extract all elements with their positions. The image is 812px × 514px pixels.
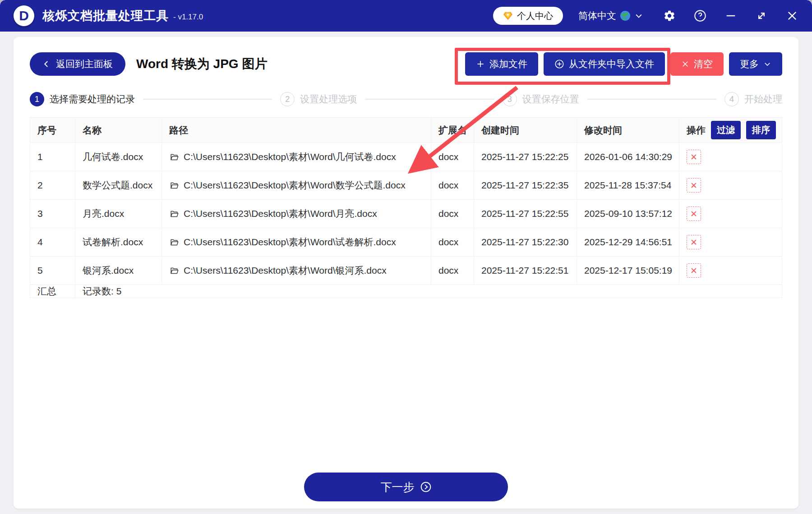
plus-circle-icon: [554, 59, 564, 69]
step-number: 1: [30, 92, 44, 106]
cell-ext: docx: [431, 143, 474, 171]
cell-created: 2025-11-27 15:22:55: [474, 200, 577, 228]
table-row: 5银河系.docxC:\Users\11623\Desktop\素材\Word\…: [30, 257, 782, 285]
back-to-dashboard-button[interactable]: 返回到主面板: [30, 52, 125, 76]
close-icon[interactable]: [786, 9, 798, 22]
cell-index: 4: [30, 228, 75, 257]
delete-row-button[interactable]: ✕: [687, 150, 701, 164]
clear-button[interactable]: 清空: [670, 52, 724, 76]
cell-index: 3: [30, 200, 75, 228]
step-connector: [143, 99, 272, 100]
step-number: 3: [503, 92, 517, 106]
file-table: 序号 名称 路径 扩展名 创建时间 修改时间 操作 过滤 排序 1几何试卷.: [30, 117, 782, 298]
delete-row-button[interactable]: ✕: [687, 263, 701, 278]
gem-icon: [503, 11, 513, 21]
filter-button[interactable]: 过滤: [711, 121, 741, 139]
cell-index: 5: [30, 257, 75, 285]
more-button[interactable]: 更多: [729, 52, 782, 76]
step-label: 设置处理选项: [300, 93, 357, 106]
step-indicator: 1选择需要处理的记录2设置处理选项3设置保存位置4开始处理: [30, 92, 782, 106]
cell-actions: ✕: [679, 257, 782, 285]
arrow-right-circle-icon: [420, 481, 432, 493]
step-label: 选择需要处理的记录: [50, 93, 135, 106]
cell-name: 数学公式题.docx: [75, 171, 162, 200]
cell-ext: docx: [431, 200, 474, 228]
import-from-folder-button[interactable]: 从文件夹中导入文件: [544, 52, 665, 76]
delete-row-button[interactable]: ✕: [687, 178, 701, 193]
col-actions: 操作 过滤 排序: [679, 118, 782, 143]
summary-label: 汇总: [30, 285, 75, 298]
cell-name: 几何试卷.docx: [75, 143, 162, 171]
chevron-down-icon: [634, 11, 643, 20]
import-folder-label: 从文件夹中导入文件: [569, 58, 654, 70]
col-path: 路径: [162, 118, 431, 143]
app-window: D 核烁文档批量处理工具 - v1.17.0 个人中心 简体中文: [0, 0, 812, 514]
cell-actions: ✕: [679, 200, 782, 228]
table-row: 3月亮.docxC:\Users\11623\Desktop\素材\Word\月…: [30, 200, 782, 228]
summary-row: 汇总 记录数: 5: [30, 285, 782, 298]
chevron-left-icon: [42, 60, 51, 68]
step-2: 2设置处理选项: [280, 92, 357, 106]
next-step-button[interactable]: 下一步: [304, 473, 508, 501]
table-row: 1几何试卷.docxC:\Users\11623\Desktop\素材\Word…: [30, 143, 782, 171]
clear-label: 清空: [694, 58, 713, 70]
step-number: 4: [724, 92, 739, 106]
user-center-label: 个人中心: [517, 10, 553, 22]
sort-button[interactable]: 排序: [746, 121, 776, 139]
actions-label: 操作: [687, 124, 706, 137]
step-connector: [365, 99, 494, 100]
next-step-label: 下一步: [381, 480, 415, 495]
user-center-button[interactable]: 个人中心: [493, 7, 563, 25]
table-header-row: 序号 名称 路径 扩展名 创建时间 修改时间 操作 过滤 排序: [30, 118, 782, 143]
cell-name: 银河系.docx: [75, 257, 162, 285]
app-title: 核烁文档批量处理工具: [42, 8, 169, 24]
back-label: 返回到主面板: [56, 58, 113, 70]
cell-created: 2025-11-27 15:22:25: [474, 143, 577, 171]
gear-icon[interactable]: [663, 9, 676, 22]
col-name: 名称: [75, 118, 162, 143]
cell-created: 2025-11-27 15:22:35: [474, 171, 577, 200]
language-label: 简体中文: [578, 9, 616, 22]
globe-icon: [620, 10, 631, 21]
step-connector: [587, 99, 716, 100]
cell-path: C:\Users\11623\Desktop\素材\Word\试卷解析.docx: [162, 228, 431, 257]
app-logo-icon: D: [14, 5, 34, 26]
app-version: - v1.17.0: [173, 13, 203, 22]
cell-ext: docx: [431, 257, 474, 285]
col-modified: 修改时间: [577, 118, 679, 143]
language-selector[interactable]: 简体中文: [578, 9, 643, 22]
plus-icon: [476, 60, 485, 69]
cell-actions: ✕: [679, 228, 782, 257]
folder-icon: [169, 266, 179, 275]
cell-actions: ✕: [679, 171, 782, 200]
step-number: 2: [280, 92, 295, 106]
step-4: 4开始处理: [724, 92, 782, 106]
col-index: 序号: [30, 118, 75, 143]
cell-ext: docx: [431, 171, 474, 200]
maximize-icon[interactable]: [755, 9, 768, 22]
delete-row-button[interactable]: ✕: [687, 207, 701, 221]
cell-index: 1: [30, 143, 75, 171]
cell-modified: 2025-12-29 14:56:51: [577, 228, 679, 257]
folder-icon: [169, 152, 179, 162]
table-row: 4试卷解析.docxC:\Users\11623\Desktop\素材\Word…: [30, 228, 782, 257]
cell-modified: 2026-01-06 14:30:29: [577, 143, 679, 171]
step-1: 1选择需要处理的记录: [30, 92, 135, 106]
col-created: 创建时间: [474, 118, 577, 143]
delete-row-button[interactable]: ✕: [687, 235, 701, 249]
cell-ext: docx: [431, 228, 474, 257]
main-panel: 返回到主面板 Word 转换为 JPG 图片 添加文件 从文件夹中导入文件: [14, 37, 798, 509]
step-3: 3设置保存位置: [503, 92, 579, 106]
folder-icon: [169, 237, 179, 247]
minimize-icon[interactable]: [724, 9, 737, 22]
cell-index: 2: [30, 171, 75, 200]
step-label: 开始处理: [744, 93, 782, 106]
cell-modified: 2025-12-17 15:05:19: [577, 257, 679, 285]
col-ext: 扩展名: [431, 118, 474, 143]
x-icon: [681, 60, 689, 68]
cell-actions: ✕: [679, 143, 782, 171]
add-file-button[interactable]: 添加文件: [465, 52, 538, 76]
cell-path: C:\Users\11623\Desktop\素材\Word\几何试卷.docx: [162, 143, 431, 171]
help-icon[interactable]: [694, 9, 706, 22]
folder-icon: [169, 209, 179, 219]
